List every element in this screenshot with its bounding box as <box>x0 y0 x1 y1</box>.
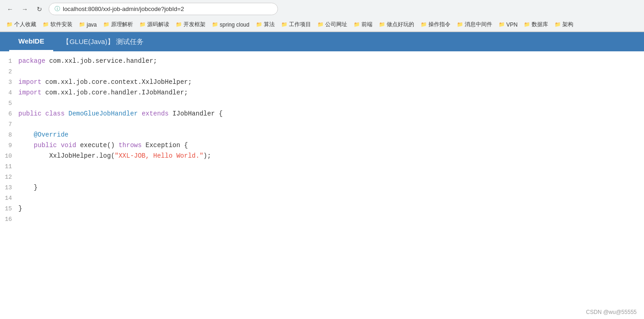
code-line-14: 14 <box>0 193 644 204</box>
folder-icon: 📁 <box>79 22 85 28</box>
folder-icon: 📁 <box>176 22 182 28</box>
code-line-9: 9 public void execute() throws Exception… <box>0 140 644 151</box>
lock-icon: ⓘ <box>55 5 60 13</box>
code-line-15: 15 } <box>0 204 644 214</box>
app-header: WebIDE 【GLUE(Java)】 测试任务 <box>0 32 644 51</box>
bookmark-算法[interactable]: 📁 算法 <box>253 20 278 29</box>
code-line-5: 5 <box>0 98 644 109</box>
forward-button[interactable]: → <box>19 4 30 15</box>
code-line-8: 8 @Override <box>0 130 644 140</box>
bookmark-软件安装[interactable]: 📁 软件安装 <box>40 20 75 29</box>
folder-icon: 📁 <box>139 22 146 28</box>
code-line-11: 11 <box>0 161 644 172</box>
bookmark-公司网址[interactable]: 📁 公司网址 <box>315 20 350 29</box>
code-line-2: 2 <box>0 66 644 77</box>
folder-icon: 📁 <box>354 22 360 28</box>
folder-icon: 📁 <box>103 22 110 28</box>
bookmark-前端[interactable]: 📁 前端 <box>351 20 375 29</box>
folder-icon: 📁 <box>6 22 13 28</box>
code-line-1: 1 package com.xxl.job.service.handler; <box>0 56 644 66</box>
bookmark-个人收藏[interactable]: 📁 个人收藏 <box>4 20 39 29</box>
code-line-3: 3 import com.xxl.job.core.context.XxlJob… <box>0 77 644 88</box>
bookmark-操作指令[interactable]: 📁 操作指令 <box>418 20 453 29</box>
bookmark-做点好玩的[interactable]: 📁 做点好玩的 <box>376 20 417 29</box>
reload-button[interactable]: ↻ <box>34 4 45 15</box>
folder-icon: 📁 <box>499 22 505 28</box>
code-line-6: 6 public class DemoGlueJobHandler extend… <box>0 109 644 119</box>
bookmarks-bar: 📁 个人收藏 📁 软件安装 📁 java 📁 原理解析 📁 源码解读 📁 开发框… <box>0 18 644 32</box>
tab-webide[interactable]: WebIDE <box>9 32 53 51</box>
bookmark-原理解析[interactable]: 📁 原理解析 <box>100 20 136 29</box>
folder-icon: 📁 <box>555 22 561 28</box>
folder-icon: 📁 <box>379 22 385 28</box>
bookmark-java[interactable]: 📁 java <box>76 21 100 29</box>
folder-icon: 📁 <box>457 22 463 28</box>
folder-icon: 📁 <box>256 22 262 28</box>
url-text: localhost:8080/xxl-job-admin/jobcode?job… <box>63 6 184 12</box>
folder-icon: 📁 <box>212 22 218 28</box>
bookmark-spring-cloud[interactable]: 📁 spring cloud <box>209 21 252 29</box>
folder-icon: 📁 <box>43 22 49 28</box>
code-line-10: 10 XxlJobHelper.log("XXL-JOB, Hello Worl… <box>0 151 644 161</box>
code-line-4: 4 import com.xxl.job.core.handler.IJobHa… <box>0 88 644 98</box>
address-bar[interactable]: ⓘ localhost:8080/xxl-job-admin/jobcode?j… <box>49 3 278 15</box>
bookmark-数据库[interactable]: 📁 数据库 <box>521 20 551 29</box>
folder-icon: 📁 <box>317 22 324 28</box>
bookmark-工作项目[interactable]: 📁 工作项目 <box>278 20 314 29</box>
code-line-12: 12 <box>0 172 644 182</box>
bookmark-消息中间件[interactable]: 📁 消息中间件 <box>454 20 495 29</box>
bookmark-架构[interactable]: 📁 架构 <box>552 20 576 29</box>
nav-bar: ← → ↻ ⓘ localhost:8080/xxl-job-admin/job… <box>0 0 644 18</box>
code-line-16: 16 <box>0 214 644 225</box>
browser-chrome: ← → ↻ ⓘ localhost:8080/xxl-job-admin/job… <box>0 0 644 32</box>
folder-icon: 📁 <box>421 22 427 28</box>
bookmark-源码解读[interactable]: 📁 源码解读 <box>137 20 172 29</box>
code-line-7: 7 <box>0 119 644 130</box>
watermark: CSDN @wu@55555 <box>586 309 637 315</box>
back-button[interactable]: ← <box>5 4 16 15</box>
folder-icon: 📁 <box>524 22 530 28</box>
bookmark-开发框架[interactable]: 📁 开发框架 <box>173 20 208 29</box>
code-editor[interactable]: 1 package com.xxl.job.service.handler; 2… <box>0 51 644 319</box>
tab-glue[interactable]: 【GLUE(Java)】 测试任务 <box>53 32 153 51</box>
code-line-13: 13 } <box>0 182 644 193</box>
folder-icon: 📁 <box>281 22 288 28</box>
bookmark-VPN[interactable]: 📁 VPN <box>496 21 521 29</box>
